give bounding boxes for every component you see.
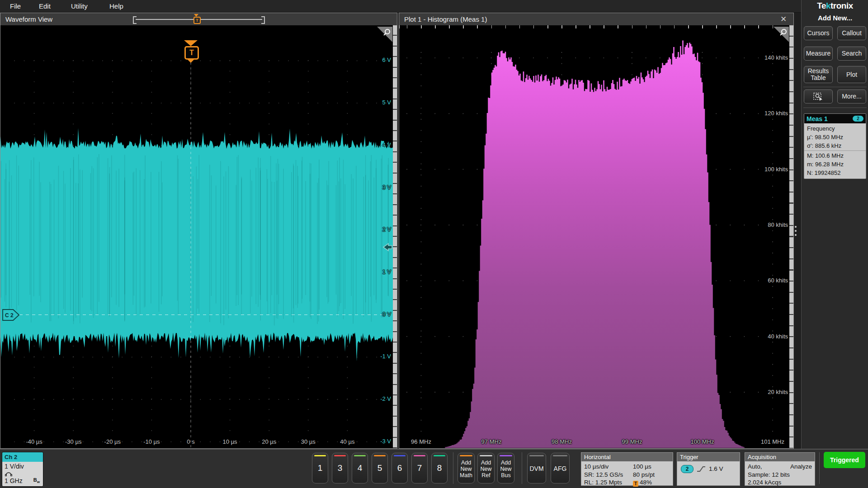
menu-bar: FileEditUtilityHelp (0, 0, 868, 13)
channel-2-marker[interactable]: C 2 (2, 309, 20, 321)
channel-6-button[interactable]: 6 (392, 453, 408, 483)
hits-tick-label: 60 khits (768, 277, 788, 284)
frequency-tick-label: 101 MHz (757, 438, 788, 445)
search-button[interactable]: Search (837, 47, 866, 61)
channel-2-marker-label: C 2 (5, 312, 14, 319)
meas-stat-line: σ': 885.6 kHz (804, 141, 866, 150)
callout-button[interactable]: Callout (837, 26, 866, 40)
channel-color-stripe (394, 455, 406, 456)
histogram-chart[interactable] (399, 25, 793, 448)
channel-2-scale: 1 V/div (5, 463, 24, 470)
button-color-stripe (529, 455, 544, 456)
timeline-overview[interactable]: T (133, 16, 265, 23)
timeline-left-bracket (133, 16, 137, 24)
time-tick-label: -40 µs (19, 438, 50, 445)
meas-count-badge: 2 (853, 116, 863, 122)
afg-button[interactable]: AFG (551, 453, 570, 483)
add-new-math-button[interactable]: AddNewMath (458, 453, 475, 483)
meas-stat-line: M: 100.6 MHz (804, 151, 866, 160)
rising-edge-icon (696, 465, 706, 473)
hits-tick-label: 20 khits (768, 389, 788, 395)
horizontal-panel-title: Horizontal (581, 453, 673, 461)
meas-stat-line: µ': 98.50 MHz (804, 133, 866, 141)
dvm-button[interactable]: DVM (527, 453, 546, 483)
acquisition-panel[interactable]: Acquisition Auto, Analyze Sample: 12 bit… (745, 452, 815, 486)
channel-color-stripe (374, 455, 386, 456)
channel-7-button[interactable]: 7 (411, 453, 428, 483)
channel-color-stripe (314, 455, 326, 456)
hits-ruler (789, 25, 793, 448)
add-new-ref-button[interactable]: AddNewRef (477, 453, 495, 483)
waveform-window-header[interactable]: Waveform View T (0, 13, 397, 26)
zoom-select-button[interactable] (804, 89, 833, 103)
histogram-window: Plot 1 - Histogram (Meas 1) ✕ 140 khits1… (399, 13, 794, 449)
sidebar-separator (803, 87, 867, 87)
histogram-title: Plot 1 - Histogram (Meas 1) (404, 13, 487, 25)
trigger-panel[interactable]: Trigger 2 1.6 V (677, 452, 740, 486)
plot-button[interactable]: Plot (837, 66, 866, 83)
close-icon[interactable]: ✕ (778, 14, 789, 25)
hits-tick-label: 140 khits (764, 54, 788, 61)
acquisition-mode: Auto, (748, 463, 762, 470)
bar-separator (522, 452, 522, 484)
meas-1-title: Meas 1 (807, 115, 828, 122)
trigger-level: 1.6 V (709, 465, 723, 472)
probe-icon (5, 471, 13, 476)
channel-2-bandwidth: 1 GHz (5, 477, 23, 484)
results-table-button[interactable]: Results Table (804, 66, 833, 83)
horizontal-resolution: 80 ps/pt (633, 471, 655, 478)
trigger-position-icon: T (633, 481, 638, 487)
horizontal-scale: 10 µs/div (584, 463, 609, 470)
cursors-button[interactable]: Cursors (804, 26, 833, 40)
channel-color-stripe (414, 455, 425, 456)
button-color-stripe (553, 455, 567, 456)
channel-1-button[interactable]: 1 (312, 453, 328, 483)
button-color-stripe (480, 455, 492, 456)
measure-button[interactable]: Measure (804, 47, 833, 61)
trigger-mini-marker-icon[interactable]: T (193, 17, 201, 24)
bar-separator (453, 452, 453, 484)
bandwidth-limit-badge: Bw (33, 477, 40, 484)
meas-1-stats: Frequencyµ': 98.50 MHzσ': 885.6 kHzM: 10… (804, 123, 866, 178)
meas-stat-line: Frequency (804, 124, 866, 133)
channel-3-button[interactable]: 3 (332, 453, 348, 483)
add-new-bus-button[interactable]: AddNewBus (497, 453, 514, 483)
waveform-plot-area[interactable]: 6 V5 V4 V3 V2 V1 V0 V-1 V-2 V-3 V -40 µs… (0, 25, 397, 448)
trigger-marker-icon[interactable]: T (184, 46, 199, 60)
voltage-tick-label: -3 V (380, 438, 391, 445)
frequency-tick-label: 100 MHz (687, 438, 718, 445)
oscilloscope-app: FileEditUtilityHelp Waveform View T 6 V5… (0, 0, 868, 488)
triggered-status-badge: Triggered (824, 452, 865, 468)
menu-edit[interactable]: Edit (39, 0, 51, 12)
histogram-window-header[interactable]: Plot 1 - Histogram (Meas 1) ✕ (399, 13, 793, 26)
histogram-plot-area[interactable]: 140 khits120 khits100 khits80 khits60 kh… (399, 25, 793, 448)
menu-file[interactable]: File (10, 0, 21, 12)
voltage-tick-label: 1 V (382, 268, 391, 275)
meas-stat-line: m: 96.28 MHz (804, 160, 866, 169)
channel-2-badge[interactable]: Ch 2 1 V/div 1 GHz Bw (2, 452, 43, 487)
hits-tick-label: 80 khits (768, 221, 788, 228)
time-tick-label: -30 µs (57, 438, 89, 445)
meas-1-panel[interactable]: Meas 1 2 Frequencyµ': 98.50 MHzσ': 885.6… (804, 113, 866, 179)
waveform-window: Waveform View T 6 V5 V4 V3 V2 V1 V0 V-1 … (0, 13, 397, 449)
hits-tick-label: 120 khits (764, 110, 788, 117)
more-button[interactable]: More... (837, 89, 866, 103)
trigger-level-arrow[interactable] (382, 243, 393, 252)
channel-5-button[interactable]: 5 (372, 453, 388, 483)
drag-handle[interactable] (794, 226, 797, 239)
voltage-tick-label: 5 V (382, 99, 391, 106)
trigger-source-badge: 2 (681, 465, 693, 473)
acquisition-sample: Sample: 12 bits (748, 471, 790, 478)
voltage-tick-label: 6 V (382, 56, 391, 63)
menu-utility[interactable]: Utility (71, 0, 88, 12)
horizontal-panel[interactable]: Horizontal 10 µs/div 100 µs SR: 12.5 GS/… (581, 452, 673, 486)
menu-help[interactable]: Help (109, 0, 123, 12)
sidebar: Tektronix Add New... CursorsCalloutMeasu… (801, 0, 868, 449)
channel-4-button[interactable]: 4 (352, 453, 368, 483)
waveform-chart[interactable] (0, 25, 397, 448)
trigger-triangle-icon (184, 40, 198, 46)
channel-8-button[interactable]: 8 (431, 453, 448, 483)
bar-separator (819, 452, 820, 484)
time-tick-label: 10 µs (214, 438, 246, 445)
timeline-right-bracket (261, 16, 265, 24)
